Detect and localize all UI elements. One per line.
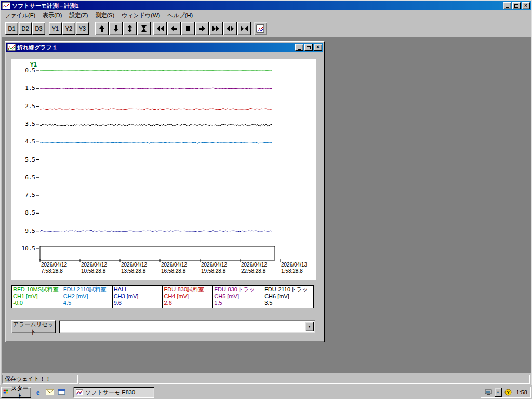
menu-view[interactable]: 表示(D) bbox=[39, 10, 65, 20]
system-tray: « ? 1:58 bbox=[481, 387, 531, 398]
down-arrow-button[interactable] bbox=[109, 22, 123, 35]
x-axis-tick-label: 2026/04/1216:58:28.8 bbox=[161, 262, 201, 274]
maximize-button[interactable] bbox=[512, 2, 521, 9]
y-axis-tick-label: 1.5 bbox=[18, 85, 35, 91]
start-button[interactable]: スタート bbox=[1, 387, 31, 398]
legend-channel-label: CH6 [mV] bbox=[264, 293, 312, 300]
outlook-express-icon[interactable] bbox=[45, 387, 55, 397]
taskbar: スタート e ソフトサーモ E830 « ? 1:58 bbox=[0, 385, 532, 399]
series-line-ch6 bbox=[40, 124, 273, 126]
task-button-softthermo[interactable]: ソフトサーモ E830 bbox=[73, 387, 154, 398]
application-window: ソフトサーモ計測－計測1 × ファイル(F) 表示(D) 設定(Z) 測定(S)… bbox=[0, 0, 532, 385]
expand-horizontal-button[interactable] bbox=[223, 22, 237, 35]
legend-channel-name: FDU-830試料室 bbox=[164, 286, 211, 293]
taskbar-clock[interactable]: 1:58 bbox=[514, 389, 527, 395]
mdi-area: 折れ線グラフ１ × Y1 0.51.52.53.54.55.56.57.58.5… bbox=[2, 37, 531, 373]
graph-minimize-button[interactable] bbox=[295, 44, 303, 51]
toolbar-button-d3[interactable]: D3 bbox=[32, 22, 45, 35]
toolbar-button-d2[interactable]: D2 bbox=[19, 22, 32, 35]
minimize-icon bbox=[506, 7, 509, 8]
start-label: スタート bbox=[10, 384, 29, 399]
graph-window-titlebar[interactable]: 折れ線グラフ１ × bbox=[6, 43, 323, 52]
graph-window-icon bbox=[7, 44, 16, 51]
hourglass-icon bbox=[140, 24, 148, 33]
x-axis-tick-label: 2026/04/1222:58:28.8 bbox=[241, 262, 281, 274]
show-desktop-icon[interactable] bbox=[57, 387, 67, 397]
fast-rewind-button[interactable] bbox=[153, 22, 167, 35]
alarm-reset-button[interactable]: アラームリセット bbox=[11, 320, 56, 333]
minimize-button[interactable] bbox=[503, 2, 511, 9]
legend-channel-label: CH1 [mV] bbox=[13, 293, 61, 300]
close-icon: × bbox=[316, 45, 320, 50]
stop-button[interactable] bbox=[181, 22, 195, 35]
fast-rewind-icon bbox=[156, 24, 164, 33]
up-arrow-button[interactable] bbox=[95, 22, 109, 35]
internet-explorer-icon[interactable]: e bbox=[33, 387, 43, 397]
legend-cell-ch3: HALLCH3 [mV]9.6 bbox=[113, 286, 163, 308]
step-back-button[interactable] bbox=[167, 22, 181, 35]
step-forward-button[interactable] bbox=[195, 22, 209, 35]
maximize-icon bbox=[514, 4, 518, 8]
y-axis-tick-label: 8.5 bbox=[18, 209, 35, 216]
menubar: ファイル(F) 表示(D) 設定(Z) 測定(S) ウィンドウ(W) ヘルプ(H… bbox=[1, 10, 531, 20]
legend-channel-label: CH4 [mV] bbox=[164, 293, 211, 300]
legend-cell-ch5: FDU-830トラッCH5 [mV]1.5 bbox=[213, 286, 263, 308]
chevron-down-icon: ▼ bbox=[308, 325, 311, 328]
tray-alert-question-icon[interactable]: ? bbox=[504, 388, 512, 396]
x-axis-tick-label: 2026/04/1219:58:28.8 bbox=[201, 262, 241, 274]
legend-cell-ch1: RFD-10MS試料室CH1 [mV]-0.0 bbox=[12, 286, 62, 308]
legend-channel-value: 1.5 bbox=[214, 300, 262, 307]
menu-settings[interactable]: 設定(Z) bbox=[65, 10, 91, 20]
combobox-dropdown-button[interactable]: ▼ bbox=[305, 322, 314, 331]
series-line-ch3 bbox=[40, 230, 272, 232]
legend-channel-name: FDU-830トラッ bbox=[214, 286, 262, 293]
toolbar-button-y1[interactable]: Y1 bbox=[49, 22, 62, 35]
statusbar: 保存ウェイト！！ bbox=[1, 373, 531, 385]
y-axis-tick-label: 10.5 bbox=[18, 245, 35, 252]
graph-close-button[interactable]: × bbox=[314, 44, 322, 51]
up-down-arrow-button[interactable] bbox=[123, 22, 137, 35]
y-axis-tick-label: 0.5 bbox=[18, 67, 35, 74]
legend-channel-label: CH3 [mV] bbox=[114, 293, 162, 300]
series-line-ch2 bbox=[40, 142, 272, 144]
x-axis-tick-label: 2026/04/1213:58:28.8 bbox=[121, 262, 161, 274]
close-button[interactable]: × bbox=[522, 2, 530, 9]
alarm-combobox[interactable]: ▼ bbox=[59, 320, 315, 333]
chart-icon bbox=[256, 24, 264, 33]
chart-button[interactable] bbox=[254, 22, 267, 35]
app-titlebar[interactable]: ソフトサーモ計測－計測1 × bbox=[1, 1, 531, 10]
series-line-ch1 bbox=[40, 71, 272, 71]
x-axis-tick-label: 2026/04/1210:58:28.8 bbox=[81, 262, 121, 274]
svg-text:?: ? bbox=[507, 390, 510, 395]
fast-forward-button[interactable] bbox=[209, 22, 223, 35]
legend-cell-ch4: FDU-830試料室CH4 [mV]2.6 bbox=[163, 286, 213, 308]
fast-forward-icon bbox=[212, 24, 220, 33]
toolbar-button-d1[interactable]: D1 bbox=[5, 22, 18, 35]
task-button-label: ソフトサーモ E830 bbox=[85, 389, 135, 396]
graph-window-body: Y1 0.51.52.53.54.55.56.57.58.59.510.5 20… bbox=[6, 52, 323, 341]
tray-device-icon[interactable] bbox=[484, 388, 493, 396]
graph-maximize-button[interactable] bbox=[304, 44, 313, 51]
y-axis-tick-label: 4.5 bbox=[18, 138, 35, 145]
line-chart bbox=[11, 59, 316, 280]
series-line-ch4 bbox=[40, 108, 272, 110]
menu-file[interactable]: ファイル(F) bbox=[1, 10, 39, 20]
tray-collapse-chevron-button[interactable]: « bbox=[495, 388, 502, 397]
collapse-horizontal-button[interactable] bbox=[237, 22, 251, 35]
menu-measure[interactable]: 測定(S) bbox=[91, 10, 118, 20]
legend-channel-value: 2.6 bbox=[164, 300, 211, 307]
toolbar-button-y3[interactable]: Y3 bbox=[76, 22, 89, 35]
y-axis-tick-label: 7.5 bbox=[18, 192, 35, 198]
status-panel-empty bbox=[79, 375, 530, 384]
toolbar-button-y2[interactable]: Y2 bbox=[62, 22, 75, 35]
legend-cell-ch2: FDU-2110試料室CH2 [mV]4.5 bbox=[62, 286, 113, 308]
hourglass-button[interactable] bbox=[137, 22, 151, 35]
up-down-arrow-icon bbox=[126, 24, 134, 33]
menu-help[interactable]: ヘルプ(H) bbox=[164, 10, 196, 20]
chart-area: Y1 0.51.52.53.54.55.56.57.58.59.510.5 20… bbox=[11, 59, 316, 280]
y-axis-tick-label: 5.5 bbox=[18, 156, 35, 163]
toolbar: D1 D2 D3 Y1 Y2 Y3 bbox=[1, 20, 531, 37]
menu-window[interactable]: ウィンドウ(W) bbox=[118, 10, 164, 20]
y-axis-tick-label: 9.5 bbox=[18, 228, 35, 234]
series-line-ch5 bbox=[40, 88, 272, 89]
